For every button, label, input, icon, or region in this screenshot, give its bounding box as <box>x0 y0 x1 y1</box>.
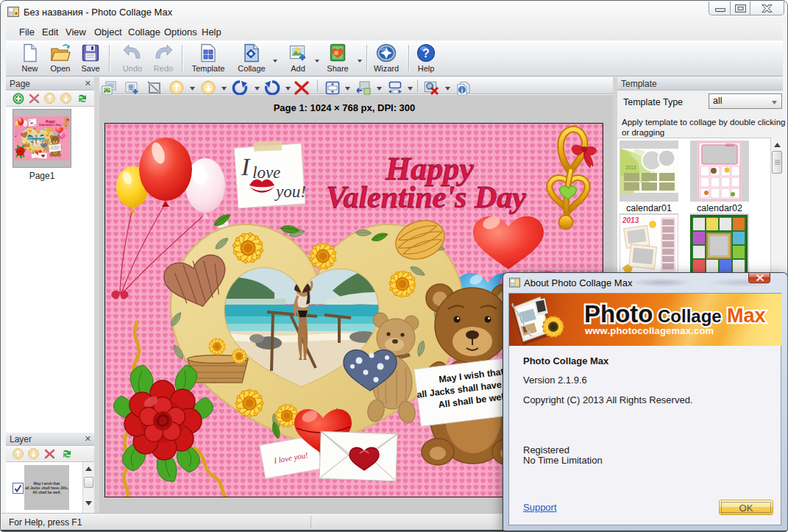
svg-text:Max: Max <box>727 305 766 327</box>
svg-text:love: love <box>252 163 280 182</box>
svg-text:Valentine's Day: Valentine's Day <box>326 180 526 214</box>
svg-text:www.photocollagemax.com: www.photocollagemax.com <box>584 325 714 336</box>
svg-text:i: i <box>461 87 464 94</box>
svg-text:2013: 2013 <box>622 216 639 224</box>
svg-text:2013: 2013 <box>725 143 734 147</box>
svg-text:?: ? <box>422 47 430 60</box>
svg-text:2013: 2013 <box>625 165 636 170</box>
svg-text:I: I <box>241 153 251 180</box>
svg-text:you!: you! <box>274 182 306 201</box>
svg-text:Collage: Collage <box>658 306 722 326</box>
svg-text:Photo: Photo <box>584 300 653 327</box>
